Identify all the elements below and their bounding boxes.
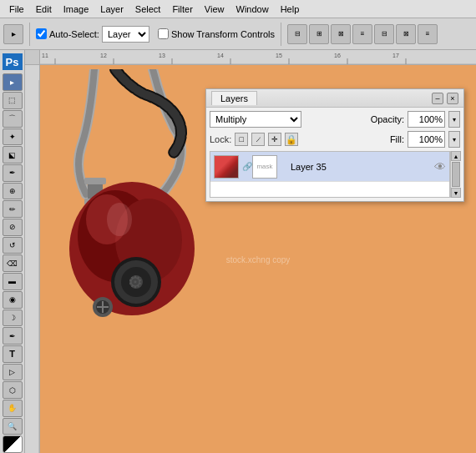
table-row[interactable]: 🔗 mask Layer 35 👁 (210, 152, 449, 182)
lock-pixels-icon[interactable]: □ (235, 133, 248, 146)
layer-link-icon: 🔗 (242, 155, 252, 179)
svg-text:11: 11 (42, 53, 48, 58)
canvas-area[interactable]: // Ruler marks will be added via JS belo… (25, 50, 476, 453)
layer-thumbnail (214, 155, 239, 179)
eraser-tool[interactable]: ⌫ (3, 254, 23, 272)
foreground-bg-color[interactable] (3, 435, 23, 453)
move-tool-icon[interactable]: ▸ (3, 24, 23, 44)
eyedropper-tool[interactable]: ✒ (3, 164, 23, 182)
watermark: stock.xchng copy (226, 254, 291, 264)
opacity-arrow[interactable]: ▾ (448, 111, 460, 128)
layer-scrollbar[interactable]: ▲ ▼ (450, 151, 460, 198)
opacity-label: Opacity: (371, 114, 404, 124)
layers-title-controls: – × (432, 93, 458, 104)
layer-mask-thumbnail: mask (252, 155, 277, 179)
lock-fill-row: Lock: □ ⟋ ✛ 🔒 Fill: ▾ (210, 131, 460, 148)
dodge-tool[interactable]: ☽ (3, 310, 23, 327)
distribute-icon[interactable]: ≡ (352, 24, 372, 44)
menu-filter[interactable]: Filter (166, 3, 198, 16)
lock-all-icon[interactable]: 🔒 (285, 133, 298, 146)
selection-tool[interactable]: ⬚ (3, 92, 23, 109)
menu-layer[interactable]: Layer (94, 3, 129, 16)
pen-tool[interactable]: ✒ (3, 327, 23, 345)
layer-thumb-image (215, 156, 238, 178)
distribute3-icon[interactable]: ⊠ (396, 24, 416, 44)
minimize-button[interactable]: – (432, 93, 443, 104)
hand-tool[interactable]: ✋ (3, 400, 23, 417)
show-transform-check[interactable]: Show Transform Controls (158, 28, 275, 39)
lock-label: Lock: (210, 134, 231, 144)
heart-artwork: ⚙ (44, 69, 224, 345)
show-transform-label: Show Transform Controls (171, 29, 275, 39)
align-center-icon[interactable]: ⊞ (309, 24, 329, 44)
align-left-icon[interactable]: ⊟ (287, 24, 307, 44)
layer-list: 🔗 mask Layer 35 👁 (210, 151, 450, 198)
scroll-up-arrow[interactable]: ▲ (451, 151, 461, 161)
layer-name: Layer 35 (291, 162, 434, 172)
scroll-down-arrow[interactable]: ▼ (451, 188, 461, 198)
fill-arrow[interactable]: ▾ (448, 131, 460, 148)
menu-file[interactable]: File (3, 3, 30, 16)
auto-select-dropdown[interactable]: Layer Group (102, 26, 149, 43)
crop-tool[interactable]: ⬕ (3, 146, 23, 164)
distribute4-icon[interactable]: ≡ (418, 24, 438, 44)
lock-paint-icon[interactable]: ⟋ (251, 133, 265, 146)
align-right-icon[interactable]: ⊠ (331, 24, 351, 44)
show-transform-checkbox[interactable] (158, 28, 169, 39)
magic-wand-tool[interactable]: ✦ (3, 128, 23, 146)
fill-input[interactable] (408, 131, 445, 148)
svg-text:16: 16 (334, 53, 341, 58)
menu-bar: File Edit Image Layer Select Filter View… (0, 0, 476, 18)
layers-title-bar: Layers – × (206, 89, 463, 108)
layers-title-tabs: Layers (211, 91, 257, 105)
toolbar-sep-2 (281, 23, 281, 46)
history-brush-tool[interactable]: ↺ (3, 237, 23, 254)
canvas-content[interactable]: ⚙ stock.xchng copy Layers (40, 65, 476, 453)
svg-rect-18 (84, 178, 106, 184)
auto-select-check[interactable]: Auto-Select: Layer Group (36, 26, 149, 43)
menu-image[interactable]: Image (58, 3, 95, 16)
distribute2-icon[interactable]: ⊟ (374, 24, 394, 44)
svg-text:14: 14 (217, 53, 224, 58)
svg-text:13: 13 (159, 53, 165, 58)
menu-help[interactable]: Help (275, 3, 306, 16)
ruler-vertical (25, 65, 40, 453)
move-tool[interactable]: ▸ (3, 73, 23, 91)
svg-text:17: 17 (392, 53, 399, 58)
path-tool[interactable]: ▷ (3, 364, 23, 381)
main-area: Ps ▸ ⬚ ⌒ ✦ ⬕ ✒ ⊕ ✏ ⊘ ↺ ⌫ ▬ ◉ ☽ ✒ T ▷ ⬡ ✋… (0, 50, 476, 453)
ruler-horizontal: // Ruler marks will be added via JS belo… (25, 50, 476, 65)
transform-controls: ⊟ ⊞ ⊠ ≡ ⊟ ⊠ ≡ (287, 24, 438, 44)
blend-opacity-row: Multiply Normal Screen Overlay Opacity: … (210, 111, 460, 128)
menu-view[interactable]: View (199, 3, 230, 16)
menu-select[interactable]: Select (129, 3, 167, 16)
layers-tab[interactable]: Layers (211, 91, 257, 105)
scroll-track[interactable] (451, 161, 460, 188)
svg-text:12: 12 (100, 53, 107, 58)
close-button[interactable]: × (447, 93, 458, 104)
svg-text:⚙: ⚙ (128, 273, 143, 291)
ps-logo: Ps (3, 53, 23, 70)
lock-position-icon[interactable]: ✛ (268, 133, 281, 146)
gradient-tool[interactable]: ▬ (3, 273, 23, 290)
zoom-tool[interactable]: 🔍 (3, 418, 23, 435)
layers-panel: Layers – × Multiply Normal Screen (205, 88, 464, 202)
layer-mask-link-icon (281, 155, 291, 179)
toolbox: Ps ▸ ⬚ ⌒ ✦ ⬕ ✒ ⊕ ✏ ⊘ ↺ ⌫ ▬ ◉ ☽ ✒ T ▷ ⬡ ✋… (0, 50, 25, 453)
blur-tool[interactable]: ◉ (3, 291, 23, 309)
shape-tool[interactable]: ⬡ (3, 381, 23, 399)
clone-tool[interactable]: ⊘ (3, 219, 23, 236)
blend-mode-select[interactable]: Multiply Normal Screen Overlay (210, 111, 301, 128)
layer-list-container: 🔗 mask Layer 35 👁 ▲ (210, 151, 460, 198)
auto-select-checkbox[interactable] (36, 28, 47, 39)
brush-tool[interactable]: ✏ (3, 200, 23, 218)
options-bar: ▸ Auto-Select: Layer Group Show Transfor… (0, 18, 476, 50)
opacity-input[interactable] (408, 111, 445, 128)
menu-window[interactable]: Window (230, 3, 275, 16)
text-tool[interactable]: T (3, 345, 23, 363)
scroll-thumb[interactable] (452, 162, 460, 187)
menu-edit[interactable]: Edit (30, 3, 58, 16)
auto-select-label: Auto-Select: (49, 29, 99, 39)
healing-tool[interactable]: ⊕ (3, 183, 23, 200)
lasso-tool[interactable]: ⌒ (3, 110, 23, 128)
